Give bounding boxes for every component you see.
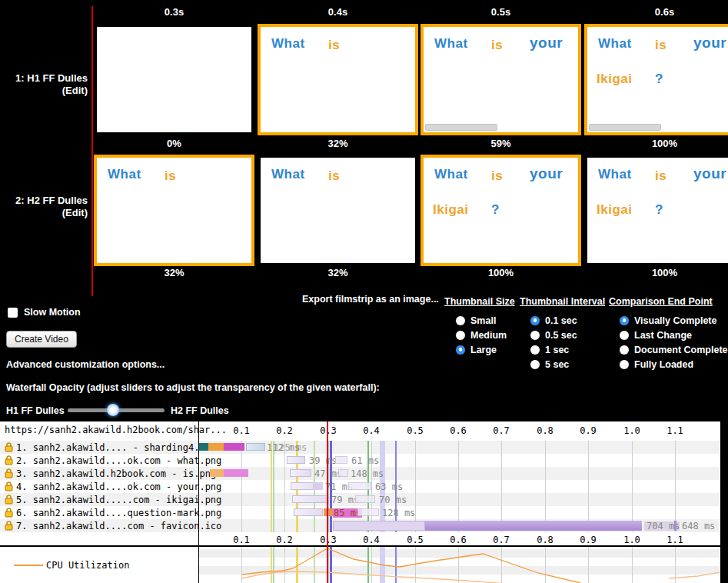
- comparison-end-point-title: Comparison End Point: [609, 296, 713, 307]
- slow-motion-checkbox[interactable]: [8, 308, 18, 318]
- frame-word: Ikigai: [597, 72, 632, 87]
- lock-icon: [5, 468, 13, 478]
- axis-tick: 0.9: [575, 535, 601, 545]
- filmstrip-frame[interactable]: What is your Ikigai ?: [587, 27, 728, 132]
- slow-motion-label: Slow Motion: [24, 307, 81, 318]
- frame-word: your: [530, 35, 563, 52]
- time-label: 0.5s: [424, 6, 578, 18]
- radio-visually-complete[interactable]: [620, 316, 629, 325]
- waterfall-time-cursor[interactable]: [327, 421, 328, 583]
- page-url: https://sanh2.akawild.h2book.com/shar...: [5, 425, 227, 435]
- radio-label: Large: [470, 345, 497, 355]
- cpu-utilization-chart: [198, 547, 720, 583]
- axis-tick: 1.1: [662, 425, 688, 436]
- request-bar: [246, 443, 265, 451]
- request-row: 4. sanh2.akawild....ok.com - your.png: [0, 480, 221, 493]
- ms-label: 61 ms: [351, 456, 379, 465]
- filmstrip-frame[interactable]: What is your: [424, 27, 578, 132]
- radio-label: Visually Complete: [634, 315, 716, 326]
- time-label: 0.3s: [97, 6, 251, 18]
- frame-word: What: [271, 167, 305, 182]
- request-bar-end: [674, 521, 676, 531]
- axis-tick: 0.2: [271, 535, 298, 545]
- frame-word: your: [693, 165, 726, 182]
- radio-1sec[interactable]: [530, 345, 540, 355]
- axis-tick: 0.1: [228, 535, 254, 545]
- test-name: 2: H2 FF Dulles: [0, 195, 88, 207]
- request-row: 5. sanh2.akawild.....com - ikigai.png: [0, 493, 221, 506]
- test-name: 1: H1 FF Dulles: [0, 72, 88, 85]
- axis-tick: 0.9: [575, 425, 601, 436]
- request-bar: [333, 521, 425, 531]
- radio-label: 1 sec: [545, 345, 569, 355]
- frame-status-bar: [589, 124, 661, 131]
- frame-word: is: [328, 168, 340, 184]
- connect-bar: [208, 443, 224, 451]
- frame-word: What: [271, 36, 305, 52]
- axis-tick: 0.1: [228, 425, 254, 436]
- opacity-slider-thumb[interactable]: [107, 404, 119, 416]
- radio-01sec[interactable]: [530, 316, 540, 325]
- radio-label: Document Complete: [634, 345, 728, 355]
- filmstrip-frame[interactable]: What is: [97, 158, 251, 263]
- export-filmstrip-link[interactable]: Export filmstrip as an image...: [302, 294, 439, 305]
- filmstrip-frame[interactable]: [97, 27, 251, 132]
- edit-link[interactable]: (Edit): [0, 85, 88, 97]
- connect-bar: [324, 508, 333, 516]
- axis-tick: 1.0: [619, 535, 645, 545]
- frame-word: is: [165, 168, 176, 184]
- edit-link[interactable]: (Edit): [0, 207, 88, 219]
- request-bar-segment: [313, 482, 323, 490]
- radio-5sec[interactable]: [530, 360, 540, 369]
- filmstrip-time-cursor[interactable]: [91, 6, 93, 296]
- frame-word: Ikigai: [433, 202, 468, 218]
- ms-label: 70 ms: [379, 495, 407, 505]
- ms-label: 125 ms: [274, 443, 307, 452]
- frame-word: What: [434, 36, 468, 52]
- filmstrip-frame[interactable]: What is your Ikigai ?: [587, 158, 728, 263]
- radio-large[interactable]: [456, 345, 465, 355]
- ssl-bar: [224, 469, 248, 477]
- radio-label: 0.1 sec: [545, 315, 577, 326]
- request-bar: [292, 495, 329, 503]
- frame-word: ?: [491, 202, 500, 218]
- frame-status-bar: [425, 124, 497, 131]
- axis-tick: 1.0: [619, 425, 645, 436]
- opacity-right-label: H2 FF Dulles: [171, 405, 229, 416]
- advanced-options-link[interactable]: Advanced customization options...: [6, 359, 165, 370]
- frame-word: What: [598, 36, 632, 52]
- filmstrip-frame[interactable]: What is: [261, 158, 415, 263]
- request-bar: [348, 482, 371, 490]
- radio-last-change[interactable]: [620, 331, 629, 340]
- radio-small[interactable]: [456, 316, 465, 325]
- radio-fully-loaded[interactable]: [620, 360, 629, 369]
- radio-05sec[interactable]: [530, 331, 540, 340]
- filmstrip-frame[interactable]: What is: [261, 27, 415, 132]
- frame-word: What: [434, 167, 468, 182]
- filmstrip-frame[interactable]: What is your Ikigai ?: [424, 158, 578, 263]
- axis-tick: 0.8: [532, 425, 558, 436]
- create-video-button[interactable]: Create Video: [6, 331, 77, 348]
- frame-word: ?: [655, 72, 663, 87]
- radio-document-complete[interactable]: [620, 345, 629, 355]
- time-label: 0.4s: [261, 6, 415, 18]
- axis-tick: 0.5: [402, 425, 428, 436]
- frame-word: ?: [655, 202, 663, 218]
- request-row: 2. sanh2.akawild....ok.com - what.png: [0, 454, 221, 467]
- lock-icon: [5, 481, 13, 491]
- visual-progress: 32%: [97, 267, 251, 278]
- frame-word: your: [530, 165, 563, 182]
- request-name: 4. sanh2.akawild....ok.com - your.png: [16, 481, 221, 492]
- cpu-legend-line: [14, 565, 43, 566]
- lock-icon: [5, 455, 13, 465]
- axis-tick: 0.7: [488, 425, 514, 436]
- thumbnail-interval-title: Thumbnail Interval: [520, 296, 605, 307]
- waterfall-opacity-title: Waterfall Opacity (adjust sliders to adj…: [6, 382, 380, 393]
- axis-tick: 0.6: [445, 425, 471, 436]
- ms-label: 39 ms: [309, 456, 337, 465]
- request-bar: [338, 469, 348, 477]
- frame-word: Ikigai: [597, 202, 632, 218]
- frame-word: What: [598, 167, 632, 182]
- radio-medium[interactable]: [456, 331, 465, 340]
- axis-tick: 0.4: [358, 425, 384, 436]
